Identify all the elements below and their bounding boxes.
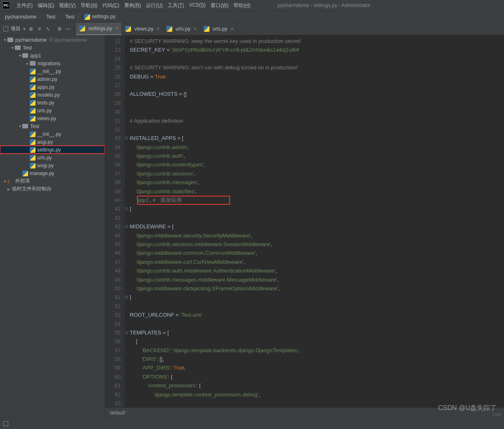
menu-item[interactable]: 视图(V) xyxy=(57,2,78,9)
breadcrumb-item[interactable]: Test xyxy=(64,14,75,20)
close-icon[interactable]: × xyxy=(157,26,159,32)
code-line[interactable]: 'django.contrib.messages.middleware.Mess… xyxy=(125,275,504,284)
gear-icon[interactable]: ⚙ xyxy=(57,26,62,32)
code-editor[interactable]: 2223242526272829303132333435363738394041… xyxy=(105,35,504,427)
menu-item[interactable]: 编辑(E) xyxy=(35,2,57,9)
code-line[interactable]: DEBUG = True xyxy=(125,72,504,81)
code-line[interactable]: 'BACKEND': 'django.template.backends.dja… xyxy=(125,346,504,355)
code-line[interactable] xyxy=(125,320,504,328)
tree-item[interactable]: admin.py xyxy=(0,75,105,83)
code-line[interactable] xyxy=(125,99,504,107)
code-line[interactable]: ROOT_URLCONF = 'Test.urls' xyxy=(125,310,504,319)
project-tree[interactable]: ▾pycharmdomeD:\pycharmdome▾Test▾app1▸mig… xyxy=(0,35,105,193)
code-line[interactable]: 'django.contrib.staticfiles', xyxy=(125,187,504,196)
code-line[interactable]: ALLOWED_HOSTS = [] xyxy=(125,90,504,98)
tree-item[interactable]: tests.py xyxy=(0,99,105,107)
tree-item[interactable]: views.py xyxy=(0,114,105,122)
tree-item[interactable]: ▸migrations xyxy=(0,59,105,67)
tree-item[interactable]: ▾pycharmdomeD:\pycharmdome xyxy=(0,36,105,44)
code-line[interactable]: 'django.contrib.sessions.middleware.Sess… xyxy=(125,240,504,249)
expand-arrow-icon[interactable]: ▸ xyxy=(2,179,7,183)
code-line[interactable]: 'context_processors': [ xyxy=(125,381,504,390)
code-line[interactable]: # Application definition xyxy=(125,116,504,125)
code-line[interactable]: ⊟] xyxy=(125,293,504,301)
code-line[interactable]: ⊟MIDDLEWARE = [ xyxy=(125,222,504,231)
breadcrumb-item[interactable]: settings.py xyxy=(83,14,116,20)
code-line[interactable]: 'django.contrib.messages', xyxy=(125,178,504,187)
tree-item[interactable]: __init__.py xyxy=(0,67,105,75)
menu-item[interactable]: VCS(S) xyxy=(186,2,208,9)
code-line[interactable]: 'django.middleware.csrf.CsrfViewMiddlewa… xyxy=(125,258,504,266)
code-line[interactable]: 'django.template.context_processors.debu… xyxy=(125,390,504,399)
flatten-icon[interactable]: ≡ xyxy=(38,26,41,32)
code-line[interactable] xyxy=(125,81,504,90)
tree-item[interactable]: models.py xyxy=(0,91,105,99)
code-line[interactable]: 'django.contrib.auth.middleware.Authenti… xyxy=(125,266,504,275)
code-line[interactable]: 'django.contrib.admin', xyxy=(125,143,504,152)
code-line[interactable]: 'OPTIONS': { xyxy=(125,372,504,381)
hide-icon[interactable]: — xyxy=(65,26,70,32)
editor-tab[interactable]: urls.py× xyxy=(163,23,200,35)
expand-arrow-icon[interactable]: ▾ xyxy=(17,124,22,128)
code-line[interactable]: 'django.contrib.contenttypes', xyxy=(125,160,504,169)
tree-item[interactable]: manage.py xyxy=(0,169,105,177)
menu-item[interactable]: 运行(U) xyxy=(143,2,165,9)
menu-item[interactable]: 文件(F) xyxy=(14,2,35,9)
breadcrumb-item[interactable]: pycharmdome xyxy=(4,14,37,20)
code-line[interactable]: 'django.contrib.sessions', xyxy=(125,169,504,178)
code-line[interactable]: 'django.middleware.clickjacking.XFrameOp… xyxy=(125,284,504,293)
project-tool-label[interactable]: 项目 ▾ xyxy=(0,25,29,32)
code-line[interactable]: 'APP_DIRS': True, xyxy=(125,363,504,372)
menu-item[interactable]: 导航(N) xyxy=(78,2,100,9)
code-line[interactable]: 'django.contrib.auth', xyxy=(125,152,504,160)
tree-item[interactable]: ▾Test xyxy=(0,122,105,130)
tree-item[interactable]: asgi.py xyxy=(0,138,105,146)
tree-item[interactable]: __init__.py xyxy=(0,130,105,138)
collapse-icon[interactable]: ⤡ xyxy=(46,26,50,32)
menu-item[interactable]: 代码(C) xyxy=(100,2,122,9)
close-icon[interactable]: × xyxy=(115,26,118,31)
locate-icon[interactable]: ⊕ xyxy=(29,26,33,32)
code-line[interactable]: 'django.middleware.security.SecurityMidd… xyxy=(125,231,504,240)
expand-arrow-icon[interactable]: ▾ xyxy=(17,53,22,58)
close-icon[interactable]: × xyxy=(231,26,233,32)
tree-item[interactable]: urls.py xyxy=(0,154,105,161)
project-sidebar[interactable]: ▾pycharmdomeD:\pycharmdome▾Test▾app1▸mig… xyxy=(0,35,105,427)
tree-item[interactable]: ▾app1 xyxy=(0,52,105,59)
close-icon[interactable]: × xyxy=(194,26,197,32)
code-line[interactable] xyxy=(125,125,504,134)
menu-item[interactable]: 帮助(H) xyxy=(231,2,253,9)
tree-item[interactable]: ▾Test xyxy=(0,44,105,52)
editor-code[interactable]: # SECURITY WARNING: keep the secret key … xyxy=(125,35,504,427)
breadcrumb-item[interactable]: Test xyxy=(45,14,56,20)
code-line[interactable] xyxy=(125,107,504,116)
editor-tab[interactable]: urls.py× xyxy=(200,23,237,35)
tree-item[interactable]: settings.py xyxy=(0,146,105,154)
tree-item[interactable]: ▸外部库 xyxy=(0,177,105,185)
editor-tab[interactable]: settings.py× xyxy=(76,23,122,35)
code-line[interactable]: # SECURITY WARNING: don't run with debug… xyxy=(125,63,504,72)
code-line[interactable]: ⊟TEMPLATES = [ xyxy=(125,328,504,337)
menu-item[interactable]: 工具(T) xyxy=(165,2,186,9)
code-line[interactable]: # SECURITY WARNING: keep the secret key … xyxy=(125,37,504,45)
editor-tab[interactable]: views.py× xyxy=(122,23,163,35)
code-line[interactable] xyxy=(125,55,504,63)
code-line[interactable]: 'app1', # 添加应用 xyxy=(125,196,504,204)
code-line[interactable]: { xyxy=(125,337,504,346)
tree-item[interactable]: wsgi.py xyxy=(0,161,105,169)
code-line[interactable]: ⊟] xyxy=(125,204,504,213)
tree-item[interactable]: 临时文件和控制台 xyxy=(0,185,105,193)
code-line[interactable] xyxy=(125,213,504,222)
tree-item[interactable]: apps.py xyxy=(0,83,105,91)
tree-item[interactable]: urls.py xyxy=(0,107,105,114)
expand-arrow-icon[interactable]: ▾ xyxy=(10,45,15,50)
dropdown-icon[interactable]: ▾ xyxy=(23,26,26,32)
expand-arrow-icon[interactable]: ▾ xyxy=(2,38,7,42)
tool-window-icon[interactable] xyxy=(3,421,8,426)
code-line[interactable]: 'django.middleware.common.CommonMiddlewa… xyxy=(125,249,504,257)
expand-arrow-icon[interactable]: ▸ xyxy=(25,61,30,66)
code-line[interactable]: SECRET_KEY = ')itmf*z)d!fbo$lirtuz)6^nft… xyxy=(125,45,504,54)
code-line[interactable] xyxy=(125,302,504,310)
menu-item[interactable]: 重构(R) xyxy=(122,2,144,9)
menu-item[interactable]: 窗口(W) xyxy=(208,2,231,9)
